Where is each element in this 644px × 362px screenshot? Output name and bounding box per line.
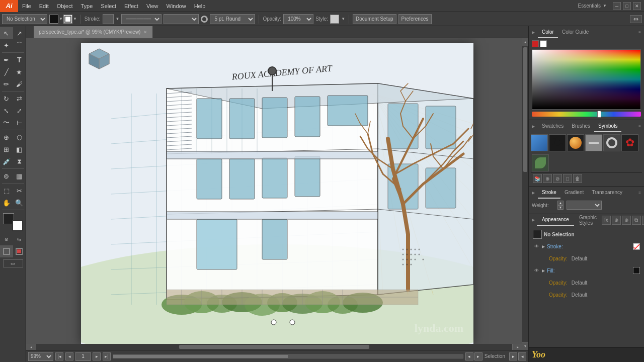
mesh-tool[interactable]: ⊞ [0, 143, 13, 155]
style-swatch[interactable] [330, 15, 339, 24]
weight-up-btn[interactable]: ▲ [557, 201, 564, 205]
symbol-star[interactable]: ✿ [621, 134, 638, 151]
v-scroll-thumb[interactable] [523, 47, 527, 172]
stroke-end-select[interactable] [164, 14, 199, 24]
new-stroke-btn[interactable]: ⊕ [622, 216, 631, 225]
new-symbol-btn[interactable]: □ [563, 174, 572, 183]
brush-tool[interactable]: 🖌 [13, 78, 26, 90]
stroke-visibility-toggle[interactable]: 👁 [533, 243, 540, 250]
vertical-scrollbar[interactable]: ▴ ▾ [522, 38, 528, 350]
lasso-tool[interactable]: ⌒ [13, 39, 26, 51]
normal-mode-btn[interactable] [0, 245, 13, 257]
stroke-panel-header[interactable]: ▶ Stroke Gradient Transparency ≡ [529, 187, 644, 199]
weight-input[interactable] [567, 201, 602, 210]
document-setup-button[interactable]: Document Setup [353, 14, 396, 24]
swatches-panel-header[interactable]: ▶ Swatches Brushes Symbols ≡ [529, 120, 644, 132]
pen-tool[interactable]: ✒ [0, 54, 13, 66]
stroke-appearance-label[interactable]: Stroke: [547, 244, 631, 249]
shear-tool[interactable]: ⤢ [13, 105, 26, 117]
gradient-tool[interactable]: ◧ [13, 143, 26, 155]
selection-tool[interactable]: ↖ [0, 27, 13, 39]
page-number-input[interactable] [75, 352, 91, 361]
scale-tool[interactable]: ⤡ [0, 105, 13, 117]
symbol-library-btn[interactable]: 📚 [533, 174, 542, 183]
stroke-appearance-row[interactable]: 👁 ▶ Stroke: [531, 240, 642, 252]
zoom-select[interactable]: 99% [28, 352, 53, 361]
delete-item-btn[interactable]: 🗑 [642, 216, 644, 225]
menu-window[interactable]: Window [163, 0, 190, 12]
scroll-right-button[interactable]: ▸ [512, 344, 522, 350]
scroll-left-button[interactable]: ◂ [26, 344, 36, 350]
menu-help[interactable]: Help [190, 0, 210, 12]
stroke-color-swatch[interactable] [63, 15, 72, 24]
canvas-tab[interactable]: perspective_type.ai* @ 99% (CMYK/Preview… [34, 26, 153, 38]
shape-builder-tool[interactable]: ⊕ [0, 131, 13, 143]
scroll-down-button[interactable]: ▾ [522, 342, 528, 350]
tab-stroke[interactable]: Stroke [538, 187, 560, 199]
prev-page-button[interactable]: ◂ [65, 352, 73, 360]
panel-toggle-button[interactable]: ⇔ [630, 15, 642, 23]
magic-wand-tool[interactable]: ✦ [0, 39, 13, 51]
stroke-style-select[interactable]: ───────── [121, 14, 162, 24]
stroke-panel-options[interactable]: ≡ [638, 191, 641, 195]
tab-color-guide[interactable]: Color Guide [558, 26, 593, 38]
first-page-button[interactable]: |◂ [55, 352, 63, 360]
hue-slider[interactable] [532, 112, 641, 117]
white-swatch[interactable] [540, 40, 547, 47]
swatches-panel-options[interactable]: ≡ [638, 124, 641, 129]
style-arrow[interactable]: ▼ [341, 17, 345, 21]
tab-appearance[interactable]: Appearance [537, 214, 574, 226]
blend-tool[interactable]: ⧗ [13, 155, 26, 167]
minimize-button[interactable]: ─ [613, 2, 621, 10]
symbol-leaf[interactable] [532, 154, 549, 171]
stroke-type-select[interactable]: 5 pt. Round [210, 14, 255, 24]
last-page-button[interactable]: ▸| [103, 352, 111, 360]
status-expand-btn[interactable]: ▸ [509, 352, 517, 360]
selection-mode-select[interactable]: No Selection [2, 14, 47, 24]
slice-tool[interactable]: ✂ [13, 185, 26, 197]
nav-left-btn[interactable]: ◂ [465, 352, 473, 360]
duplicate-item-btn[interactable]: ⧉ [632, 216, 641, 225]
place-symbol-btn[interactable]: ⊕ [543, 174, 552, 183]
fill-color-swatch[interactable] [49, 15, 58, 24]
text-tool[interactable]: T [13, 54, 26, 66]
tab-graphic-styles[interactable]: Graphic Styles [574, 214, 602, 226]
break-link-btn[interactable]: ⊘ [553, 174, 562, 183]
color-spectrum[interactable] [532, 49, 641, 110]
weight-down-btn[interactable]: ▼ [557, 205, 564, 210]
fill-appearance-row[interactable]: 👁 ▶ Fill: [531, 264, 642, 277]
warp-tool[interactable]: 〜 [0, 117, 13, 129]
nav-right-btn[interactable]: ▸ [474, 352, 482, 360]
menu-object[interactable]: Object [53, 0, 77, 12]
tab-close-button[interactable]: ✕ [143, 30, 147, 35]
next-page-button[interactable]: ▸ [93, 352, 101, 360]
eyedropper-tool[interactable]: 💉 [0, 155, 13, 167]
stroke-value-input[interactable] [103, 14, 114, 24]
rotate-tool[interactable]: ↻ [0, 93, 13, 105]
zoom-tool[interactable]: 🔍 [13, 197, 26, 209]
appearance-panel-header[interactable]: ▶ Appearance Graphic Styles fx ⊕ ⊕ ⧉ 🗑 [529, 214, 644, 226]
new-fill-btn[interactable]: ⊕ [612, 216, 621, 225]
tab-brushes[interactable]: Brushes [568, 120, 594, 132]
delete-symbol-btn[interactable]: 🗑 [573, 174, 582, 183]
h-scroll-thumb[interactable] [179, 345, 369, 349]
hue-slider-thumb[interactable] [597, 111, 601, 118]
hand-tool[interactable]: ✋ [0, 197, 13, 209]
menu-edit[interactable]: Edit [35, 0, 53, 12]
red-swatch[interactable] [532, 40, 539, 47]
line-tool[interactable]: ╱ [0, 66, 13, 78]
stroke-no-fill-swatch[interactable] [633, 243, 640, 250]
symbol-splatter[interactable] [549, 134, 566, 151]
color-panel-header[interactable]: ▶ Color Color Guide ≡ [529, 26, 644, 38]
menu-type[interactable]: Type [77, 0, 97, 12]
horizontal-scrollbar[interactable]: ◂ ▸ [26, 344, 522, 350]
scroll-up-button[interactable]: ▴ [522, 38, 528, 46]
none-icon[interactable]: ⊘ [0, 233, 13, 245]
artboard-tool[interactable]: ⬚ [0, 185, 13, 197]
shape-tool[interactable]: ★ [13, 66, 26, 78]
symbol-dash[interactable] [585, 134, 602, 151]
change-screen-mode-btn[interactable]: ▭ [3, 259, 23, 267]
tab-gradient[interactable]: Gradient [560, 187, 588, 199]
color-panel-options[interactable]: ≡ [638, 30, 641, 35]
tab-transparency[interactable]: Transparency [588, 187, 626, 199]
